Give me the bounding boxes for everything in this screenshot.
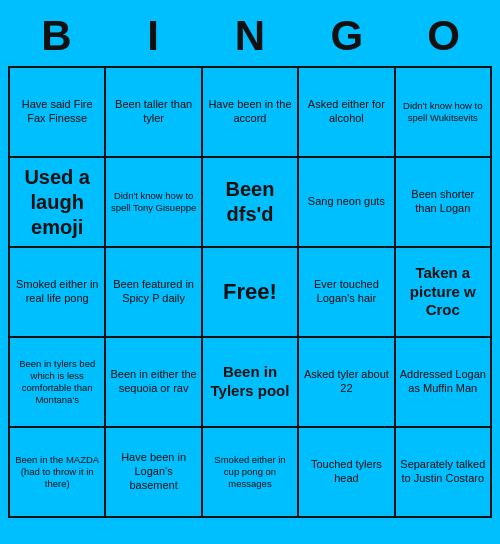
bingo-cell-21[interactable]: Have been in Logan's basement (106, 428, 200, 516)
bingo-cell-14[interactable]: Taken a picture w Croc (396, 248, 490, 336)
bingo-cell-6[interactable]: Didn't know how to spell Tony Gisueppe (106, 158, 200, 246)
bingo-cell-11[interactable]: Been featured in Spicy P daily (106, 248, 200, 336)
bingo-cell-15[interactable]: Been in tylers bed which is less comfort… (10, 338, 104, 426)
bingo-letter-n: N (202, 12, 299, 60)
bingo-cell-18[interactable]: Asked tyler about 22 (299, 338, 393, 426)
bingo-title: BINGO (8, 8, 492, 66)
bingo-letter-g: G (298, 12, 395, 60)
bingo-cell-3[interactable]: Asked either for alcohol (299, 68, 393, 156)
bingo-letter-o: O (395, 12, 492, 60)
bingo-cell-17[interactable]: Been in Tylers pool (203, 338, 297, 426)
bingo-grid: Have said Fire Fax FinesseBeen taller th… (8, 66, 492, 518)
bingo-cell-0[interactable]: Have said Fire Fax Finesse (10, 68, 104, 156)
bingo-cell-4[interactable]: Didn't know how to spell Wukitsevits (396, 68, 490, 156)
bingo-letter-b: B (8, 12, 105, 60)
bingo-cell-16[interactable]: Been in either the sequoia or rav (106, 338, 200, 426)
bingo-cell-1[interactable]: Been taller than tyler (106, 68, 200, 156)
bingo-cell-22[interactable]: Smoked either in cup pong on messages (203, 428, 297, 516)
bingo-cell-24[interactable]: Separately talked to Justin Costaro (396, 428, 490, 516)
bingo-cell-5[interactable]: Used a laugh emoji (10, 158, 104, 246)
bingo-cell-13[interactable]: Ever touched Logan's hair (299, 248, 393, 336)
bingo-cell-23[interactable]: Touched tylers head (299, 428, 393, 516)
bingo-cell-19[interactable]: Addressed Logan as Muffin Man (396, 338, 490, 426)
bingo-letter-i: I (105, 12, 202, 60)
bingo-cell-2[interactable]: Have been in the accord (203, 68, 297, 156)
bingo-cell-12[interactable]: Free! (203, 248, 297, 336)
bingo-cell-20[interactable]: Been in the MAZDA (had to throw it in th… (10, 428, 104, 516)
bingo-cell-10[interactable]: Smoked either in real life pong (10, 248, 104, 336)
bingo-cell-7[interactable]: Been dfs'd (203, 158, 297, 246)
bingo-cell-9[interactable]: Been shorter than Logan (396, 158, 490, 246)
bingo-cell-8[interactable]: Sang neon guts (299, 158, 393, 246)
